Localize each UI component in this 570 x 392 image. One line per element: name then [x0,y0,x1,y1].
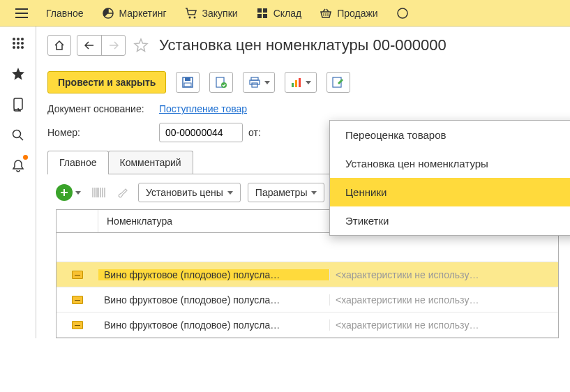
chevron-down-icon [227,191,233,195]
sidebar-apps[interactable] [7,32,29,54]
process-icon [215,76,227,89]
col-nomenclature[interactable]: Номенклатура [98,210,330,232]
svg-rect-25 [250,80,260,84]
reports-menu-button[interactable] [285,72,317,93]
tab-main[interactable]: Главное [47,151,109,174]
menu-more[interactable] [389,0,416,27]
basis-row: Документ основание: Поступление товар [47,103,559,114]
apps-icon [12,37,24,50]
brush-icon [117,187,129,198]
hamburger-icon [15,7,28,20]
set-prices-button[interactable]: Установить цены [138,183,241,202]
menu-label: Главное [46,8,84,19]
number-label: Номер: [47,127,153,138]
circle-icon [396,7,409,20]
process-close-button[interactable]: Провести и закрыть [47,71,166,93]
menu-sales[interactable]: Продажи [313,0,384,27]
dropdown-item-revaluation[interactable]: Переоценка товаров [330,121,570,149]
menu-hamburger[interactable] [8,0,35,27]
svg-point-10 [21,38,24,40]
printer-icon [248,77,261,88]
menu-label: Продажи [337,8,377,19]
title-row: Установка цен номенклатуры 00-000000 [47,35,559,56]
barcode-button[interactable] [91,184,107,201]
brush-button[interactable] [114,184,131,201]
svg-rect-27 [292,83,294,87]
process-button[interactable] [209,72,233,93]
svg-rect-21 [184,83,191,86]
cart-icon [185,7,197,20]
menu-label: Закупки [202,8,238,19]
svg-point-16 [21,46,24,49]
save-button[interactable] [176,72,200,93]
sidebar-notifications[interactable] [7,155,29,177]
cell-characteristic: <характеристики не использу… [330,319,558,331]
menu-purchases[interactable]: Закупки [178,0,245,27]
cell-characteristic: <характеристики не использу… [330,294,558,306]
sidebar-search[interactable] [7,124,29,146]
nav-back[interactable] [77,36,101,55]
from-label: от: [248,127,261,138]
svg-rect-17 [14,98,22,110]
params-button[interactable]: Параметры [248,183,325,202]
nav-forward[interactable] [101,36,125,55]
chevron-down-icon [311,191,317,195]
print-dropdown: Переоценка товаров Установка цен номенкл… [329,120,570,236]
menu-warehouse[interactable]: Склад [249,0,309,27]
collapse-icon[interactable] [72,271,83,279]
cell-nomenclature: Вино фруктовое (плодовое) полусла… [98,294,330,306]
svg-point-14 [13,46,15,49]
svg-point-7 [398,8,407,18]
table-row[interactable]: Вино фруктовое (плодовое) полусла… <хара… [57,287,558,312]
svg-point-2 [193,16,195,18]
collapse-icon[interactable] [72,321,83,329]
tab-comment[interactable]: Комментарий [108,151,193,174]
edit-button[interactable] [327,72,350,93]
collapse-icon[interactable] [72,296,83,304]
cell-characteristic: <характеристики не использу… [330,269,558,280]
menu-main[interactable]: Главное [39,0,91,27]
svg-point-8 [13,38,15,40]
basis-link[interactable]: Поступление товар [159,103,247,114]
nav-back-forward [77,35,126,56]
svg-point-18 [13,130,20,138]
favorite-toggle[interactable] [131,36,151,55]
plus-icon [60,188,68,197]
svg-rect-6 [263,14,267,18]
add-button[interactable] [56,184,84,201]
svg-rect-26 [252,83,257,87]
sidebar-history[interactable] [7,93,29,116]
svg-rect-3 [257,8,262,13]
dropdown-item-setprices[interactable]: Установка цен номенклатуры [330,149,570,178]
pie-icon [102,7,114,20]
action-row: Провести и закрыть [47,71,559,93]
arrow-left-icon [84,41,94,50]
svg-rect-29 [299,78,301,87]
number-input[interactable] [159,123,243,142]
barcode-icon [92,187,106,198]
svg-point-13 [21,42,24,45]
svg-point-11 [13,42,15,45]
cell-nomenclature: Вино фруктовое (плодовое) полусла… [98,269,330,280]
main-menu-bar: Главное Маркетинг Закупки Склад Продажи [0,0,570,27]
grid-icon [256,7,269,20]
svg-rect-20 [185,77,190,81]
arrow-right-icon [109,41,119,50]
sidebar [0,27,36,338]
sidebar-favorites[interactable] [7,63,29,85]
notification-dot [23,155,28,160]
chart-icon [291,77,302,88]
main-wrap: Установка цен номенклатуры 00-000000 Про… [0,27,570,338]
menu-marketing[interactable]: Маркетинг [95,0,174,27]
print-menu-button[interactable] [243,72,275,93]
table-row[interactable]: Вино фруктовое (плодовое) полусла… <хара… [57,262,558,287]
menu-label: Маркетинг [119,8,167,19]
dropdown-item-labels[interactable]: Этикетки [330,206,570,235]
dropdown-item-pricetags[interactable]: Ценники [330,178,570,206]
star-filled-icon [11,67,25,81]
content: Установка цен номенклатуры 00-000000 Про… [36,27,570,338]
basket-icon [320,7,332,20]
home-button[interactable] [47,35,71,56]
cell-nomenclature: Вино фруктовое (плодовое) полусла… [98,319,330,331]
table-row[interactable]: Вино фруктовое (плодовое) полусла… <хара… [57,312,558,338]
